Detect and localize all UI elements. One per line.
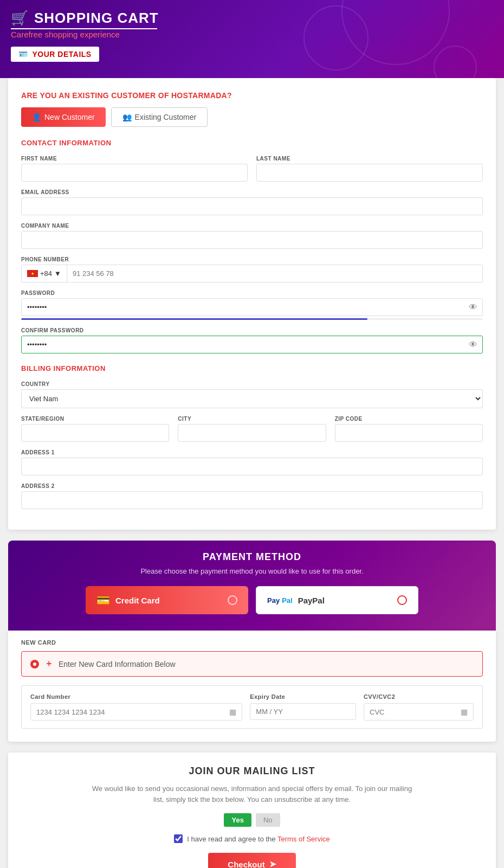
confirm-password-label: CONFIRM PASSWORD	[21, 327, 483, 333]
card-number-icon: ▦	[229, 708, 236, 716]
phone-prefix[interactable]: +84 ▼	[22, 265, 67, 282]
city-group: CITY	[178, 416, 326, 442]
password-wrapper: 👁	[21, 298, 483, 316]
new-customer-button[interactable]: 👤 New Customer	[21, 107, 106, 127]
country-select[interactable]: Viet Nam	[21, 389, 483, 408]
paypal-label: PayPal	[298, 596, 325, 605]
cvv-wrapper: ▦	[364, 703, 474, 721]
payment-title: PAYMENT METHOD	[21, 551, 483, 563]
your-details-label: YOUR DETAILS	[33, 50, 92, 59]
last-name-input[interactable]	[256, 164, 483, 182]
billing-section: BILLING INFORMATION COUNTRY Viet Nam STA…	[21, 364, 483, 509]
address1-group: ADDRESS 1	[21, 449, 483, 475]
confirm-password-wrapper: 👁	[21, 336, 483, 353]
email-group: EMAIL ADDRESS	[21, 189, 483, 215]
expiry-field: Expiry Date	[250, 693, 356, 721]
expiry-input[interactable]	[256, 708, 350, 716]
checkout-arrow-icon: ➤	[269, 859, 276, 868]
email-row: EMAIL ADDRESS	[21, 189, 483, 215]
phone-group: PHONE NUMBER +84 ▼	[21, 256, 483, 282]
confirm-password-input[interactable]	[21, 336, 483, 353]
credit-card-radio	[228, 595, 237, 605]
card-number-input[interactable]	[36, 708, 229, 716]
contact-section-title: CONTACT INFORMATION	[21, 139, 483, 147]
city-label: CITY	[178, 416, 326, 422]
company-row: COMPANY NAME	[21, 223, 483, 249]
your-details-bar: 🪪 YOUR DETAILS	[11, 47, 99, 62]
payment-subtitle: Please choose the payment method you wou…	[21, 567, 483, 575]
state-group: STATE/REGION	[21, 416, 169, 442]
checkout-button[interactable]: Checkout ➤	[208, 853, 295, 868]
confirm-password-row: CONFIRM PASSWORD 👁	[21, 327, 483, 353]
country-row: COUNTRY Viet Nam	[21, 381, 483, 408]
email-input[interactable]	[21, 197, 483, 215]
zip-group: ZIP CODE	[335, 416, 483, 442]
state-label: STATE/REGION	[21, 416, 169, 422]
password-group: PASSWORD 👁	[21, 290, 483, 320]
state-city-zip-row: STATE/REGION CITY ZIP CODE	[21, 416, 483, 442]
first-name-label: FIRST NAME	[21, 156, 248, 162]
paypal-logo: PayPal	[267, 596, 293, 605]
confirm-password-group: CONFIRM PASSWORD 👁	[21, 327, 483, 353]
zip-label: ZIP CODE	[335, 416, 483, 422]
tos-text: I have read and agree to the Terms of Se…	[187, 835, 330, 843]
mailing-yes-button[interactable]: Yes	[224, 813, 251, 827]
confirm-password-eye-icon[interactable]: 👁	[469, 340, 477, 350]
address2-row: ADDRESS 2	[21, 483, 483, 509]
phone-country-code: +84	[40, 269, 52, 278]
country-group: COUNTRY Viet Nam	[21, 381, 483, 408]
expiry-wrapper	[250, 703, 356, 720]
first-name-group: FIRST NAME	[21, 156, 248, 182]
mailing-no-button[interactable]: No	[256, 813, 280, 827]
mailing-title: JOIN OUR MAILING LIST	[21, 766, 483, 777]
enter-card-text: Enter New Card Information Below	[59, 660, 176, 668]
credit-card-option[interactable]: 💳 Credit Card	[86, 586, 248, 614]
payment-options: 💳 Credit Card PayPal PayPal	[21, 586, 483, 614]
enter-card-radio	[30, 660, 39, 668]
address2-input[interactable]	[21, 491, 483, 509]
flag-vn	[27, 270, 38, 277]
new-customer-icon: 👤	[32, 113, 41, 121]
country-label: COUNTRY	[21, 381, 483, 387]
enter-card-plus-icon: ＋	[44, 658, 53, 670]
first-name-input[interactable]	[21, 164, 248, 182]
dropdown-arrow: ▼	[54, 269, 61, 278]
cvv-input[interactable]	[370, 708, 461, 716]
password-eye-icon[interactable]: 👁	[469, 303, 477, 312]
cvv-label: CVV/CVC2	[364, 693, 474, 700]
email-label: EMAIL ADDRESS	[21, 189, 483, 195]
phone-wrapper: +84 ▼	[21, 265, 483, 282]
card-details-row: Card Number ▦ Expiry Date CVV/CVC2 ▦	[21, 685, 483, 729]
existing-customer-question: ARE YOU AN EXISTING CUSTOMER OF HOSTARMA…	[21, 91, 483, 100]
company-label: COMPANY NAME	[21, 223, 483, 229]
cart-icon: 🛒	[11, 10, 29, 27]
zip-input[interactable]	[335, 424, 483, 442]
state-input[interactable]	[21, 424, 169, 442]
card-number-label: Card Number	[30, 693, 242, 700]
existing-customer-button[interactable]: 👥 Existing Customer	[111, 107, 208, 127]
city-input[interactable]	[178, 424, 326, 442]
address1-row: ADDRESS 1	[21, 449, 483, 475]
tos-row: I have read and agree to the Terms of Se…	[21, 834, 483, 843]
phone-input[interactable]	[67, 265, 482, 282]
credit-card-icon: 💳	[96, 594, 110, 607]
tos-link[interactable]: Terms of Service	[277, 835, 330, 843]
address2-label: ADDRESS 2	[21, 483, 483, 489]
password-input[interactable]	[21, 298, 483, 316]
paypal-option[interactable]: PayPal PayPal	[256, 586, 418, 614]
billing-section-title: BILLING INFORMATION	[21, 364, 483, 372]
main-form-card: ARE YOU AN EXISTING CUSTOMER OF HOSTARMA…	[8, 78, 496, 530]
tos-checkbox[interactable]	[174, 834, 183, 843]
cvv-icon: ▦	[461, 708, 468, 716]
cvv-field: CVV/CVC2 ▦	[364, 693, 474, 721]
credit-card-left: 💳 Credit Card	[96, 594, 160, 607]
mailing-section: JOIN OUR MAILING LIST We would like to s…	[8, 753, 496, 868]
expiry-label: Expiry Date	[250, 693, 356, 700]
page-header: 🛒 SHOPPING CART Carefree shopping experi…	[0, 0, 504, 78]
enter-card-row[interactable]: ＋ Enter New Card Information Below	[21, 651, 483, 677]
mailing-toggle-wrapper: Yes No	[21, 813, 483, 827]
phone-row: PHONE NUMBER +84 ▼	[21, 256, 483, 282]
address1-input[interactable]	[21, 458, 483, 475]
password-row: PASSWORD 👁	[21, 290, 483, 320]
company-input[interactable]	[21, 231, 483, 249]
